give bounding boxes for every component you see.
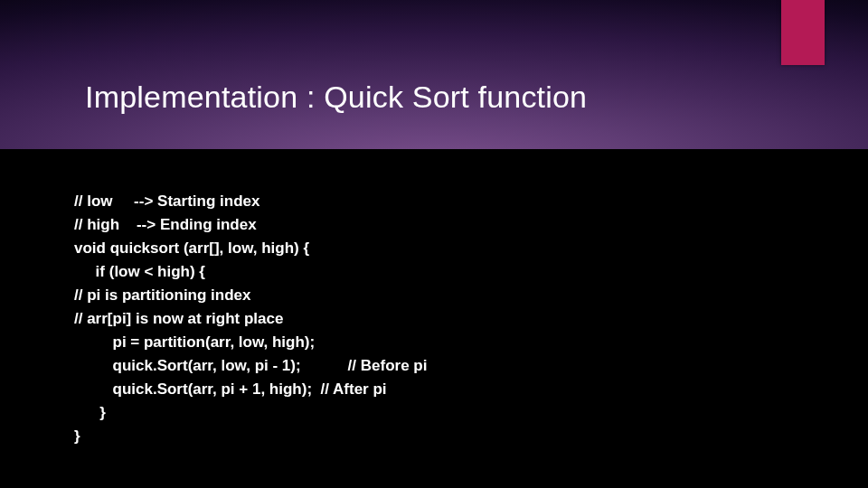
code-block: // low --> Starting index // high --> En…: [74, 190, 427, 448]
code-line: // arr[pi] is now at right place: [74, 307, 427, 331]
code-line: quick.Sort(arr, pi + 1, high); // After …: [74, 378, 427, 401]
code-line: quick.Sort(arr, low, pi - 1); // Before …: [74, 354, 427, 378]
code-line: // high --> Ending index: [74, 213, 427, 237]
code-line: // low --> Starting index: [74, 190, 427, 213]
slide: Implementation : Quick Sort function // …: [0, 0, 868, 488]
code-line: void quicksort (arr[], low, high) {: [74, 237, 427, 260]
code-line: pi = partition(arr, low, high);: [74, 331, 427, 354]
accent-tab: [781, 0, 825, 65]
header-band: [0, 0, 868, 149]
code-line: }: [74, 401, 427, 425]
slide-title: Implementation : Quick Sort function: [85, 80, 587, 115]
code-line: // pi is partitioning index: [74, 284, 427, 307]
code-line: if (low < high) {: [74, 260, 427, 284]
code-line: }: [74, 425, 427, 448]
